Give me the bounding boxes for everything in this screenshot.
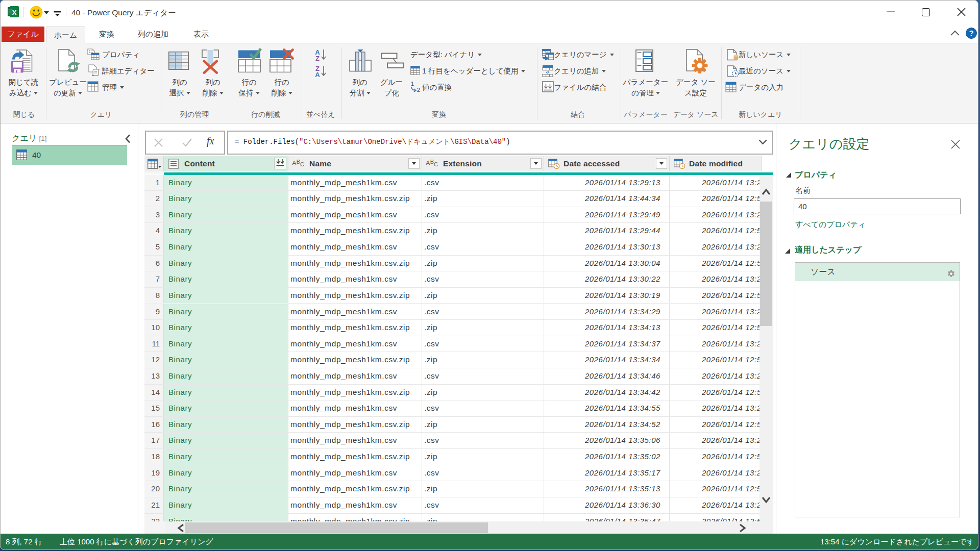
svg-text:X: X	[12, 9, 17, 16]
svg-text:Z: Z	[315, 55, 320, 61]
